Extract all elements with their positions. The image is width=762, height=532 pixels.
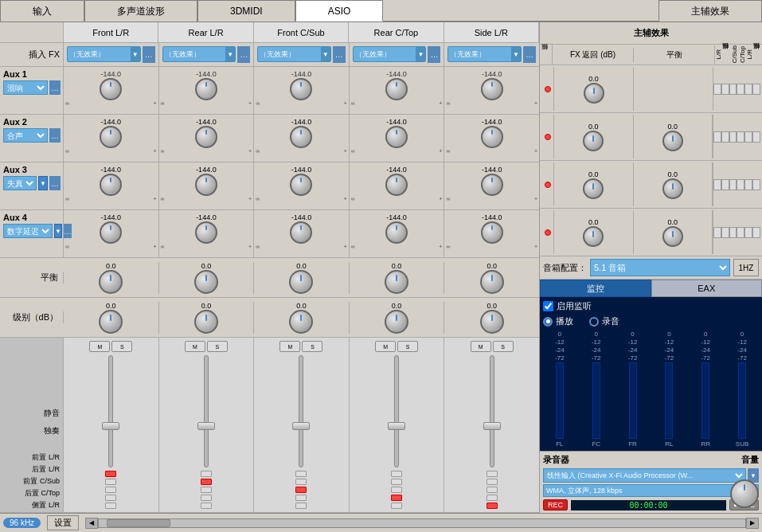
sb-4a[interactable] — [713, 227, 721, 238]
fx-return-knob-3[interactable] — [583, 178, 604, 199]
balance-knob-3[interactable] — [662, 178, 683, 199]
aux-1-select[interactable]: 混响 — [3, 80, 48, 95]
fader-thumb-0[interactable] — [102, 422, 119, 430]
fx-dropdown-2[interactable]: ▼ — [321, 47, 330, 61]
sb-2a[interactable] — [713, 131, 721, 143]
aux-2-knob-2[interactable] — [290, 126, 312, 148]
routing-btn-4d[interactable] — [487, 495, 498, 501]
routing-btn-3e[interactable] — [391, 503, 402, 509]
aux-4-knob-3[interactable] — [385, 221, 408, 244]
solo-btn-1[interactable]: S — [207, 341, 228, 352]
rec-button[interactable]: REC — [543, 499, 568, 510]
aux-1-knob-3[interactable] — [385, 78, 408, 100]
level-knob-3[interactable] — [385, 310, 408, 334]
red-indicator-1[interactable] — [545, 86, 551, 92]
pan-knob-0[interactable] — [99, 270, 123, 294]
fader-thumb-4[interactable] — [483, 422, 501, 430]
aux-3-more[interactable]: … — [49, 176, 61, 190]
solo-btn-4[interactable]: S — [493, 341, 514, 352]
level-knob-1[interactable] — [194, 310, 218, 334]
fader-thumb-1[interactable] — [197, 422, 215, 430]
h-scrollbar[interactable] — [98, 518, 746, 528]
tab-asio[interactable]: ASIO — [295, 0, 384, 22]
speaker-config-select[interactable]: 5.1 音箱 — [590, 259, 730, 276]
tab-3dmidi[interactable]: 3DMIDI — [197, 0, 295, 22]
balance-knob-4[interactable] — [662, 226, 683, 247]
aux-2-knob-1[interactable] — [195, 126, 217, 148]
aux-1-knob-1[interactable] — [195, 78, 217, 100]
sb-3e[interactable] — [744, 179, 752, 190]
aux-4-knob-0[interactable] — [100, 221, 122, 244]
aux-4-knob-1[interactable] — [195, 221, 217, 244]
fader-thumb-2[interactable] — [292, 422, 310, 430]
routing-btn-3d[interactable] — [391, 495, 402, 501]
aux-3-knob-0[interactable] — [100, 174, 122, 196]
tab-input[interactable]: 输入 — [0, 0, 84, 22]
routing-btn-2e[interactable] — [295, 503, 307, 509]
routing-btn-4c[interactable] — [487, 487, 498, 493]
aux-3-knob-3[interactable] — [385, 174, 408, 196]
pan-knob-4[interactable] — [480, 270, 504, 294]
tab-multitrack[interactable]: 多声道波形 — [84, 0, 197, 22]
sb-2d[interactable] — [737, 131, 744, 143]
sb-2f[interactable] — [752, 131, 760, 143]
sb-4e[interactable] — [744, 227, 752, 238]
aux-4-select[interactable]: 数字延迟 — [3, 224, 53, 238]
record-radio[interactable] — [589, 317, 599, 327]
aux-1-more[interactable]: … — [49, 80, 61, 95]
pan-knob-2[interactable] — [289, 270, 313, 294]
fx-more-0[interactable]: … — [143, 46, 155, 63]
routing-btn-csub-0[interactable] — [105, 487, 116, 493]
level-knob-2[interactable] — [289, 310, 313, 334]
red-indicator-3[interactable] — [545, 182, 551, 188]
eax-tab[interactable]: EAX — [651, 280, 763, 297]
aux-3-knob-1[interactable] — [195, 174, 217, 196]
scroll-right-btn[interactable]: ▶ — [746, 518, 759, 529]
aux-4-arrow[interactable]: ▼ — [54, 224, 62, 238]
mute-btn-4[interactable]: M — [471, 341, 491, 352]
aux-2-more[interactable]: … — [49, 128, 61, 143]
settings-button[interactable]: 设置 — [47, 515, 79, 530]
fx-more-4[interactable]: … — [523, 46, 536, 63]
sb-2b[interactable] — [721, 131, 729, 143]
pan-knob-1[interactable] — [194, 270, 218, 294]
level-knob-4[interactable] — [480, 310, 504, 334]
fx-dropdown-0[interactable]: ▼ — [131, 47, 140, 61]
fader-thumb-3[interactable] — [388, 422, 405, 430]
mute-btn-3[interactable]: M — [375, 341, 396, 352]
fx-return-knob-1[interactable] — [584, 83, 604, 104]
routing-btn-2c[interactable] — [295, 487, 307, 493]
routing-btn-ctop-0[interactable] — [105, 495, 116, 501]
fx-more-2[interactable]: … — [333, 46, 346, 63]
fx-select-0[interactable]: （无效果） ▼ — [67, 46, 141, 62]
fx-select-2[interactable]: （无效果） ▼ — [257, 46, 331, 62]
fx-more-3[interactable]: … — [428, 46, 440, 63]
solo-btn-2[interactable]: S — [302, 341, 322, 352]
sb-3b[interactable] — [721, 179, 729, 190]
aux-3-knob-4[interactable] — [481, 174, 503, 196]
red-indicator-4[interactable] — [545, 229, 551, 236]
routing-btn-4e[interactable] — [487, 503, 498, 509]
red-indicator-2[interactable] — [545, 134, 551, 140]
solo-btn-0[interactable]: S — [111, 341, 132, 352]
fx-return-knob-2[interactable] — [583, 131, 604, 151]
aux-2-select[interactable]: 合声 — [3, 128, 48, 143]
routing-btn-front-0[interactable] — [105, 471, 116, 477]
volume-knob[interactable] — [730, 479, 759, 508]
routing-btn-4a[interactable] — [487, 471, 498, 477]
routing-btn-1d[interactable] — [201, 495, 212, 501]
fx-select-1[interactable]: （无效果） ▼ — [162, 46, 236, 62]
aux-2-knob-3[interactable] — [385, 126, 408, 148]
mute-btn-1[interactable]: M — [185, 341, 205, 352]
routing-btn-2b[interactable] — [295, 479, 307, 485]
routing-btn-2d[interactable] — [295, 495, 307, 501]
sb-4c[interactable] — [729, 227, 737, 238]
fx-more-1[interactable]: … — [237, 46, 250, 63]
fx-dropdown-3[interactable]: ▼ — [416, 47, 425, 61]
aux-1-knob-4[interactable] — [481, 78, 503, 100]
sb-1c[interactable] — [729, 84, 737, 95]
sb-3a[interactable] — [713, 179, 721, 190]
pan-knob-3[interactable] — [385, 270, 408, 294]
aux-3-select[interactable]: 失真 — [3, 176, 37, 190]
tab-master-fx[interactable]: 主辅效果 — [658, 0, 762, 22]
